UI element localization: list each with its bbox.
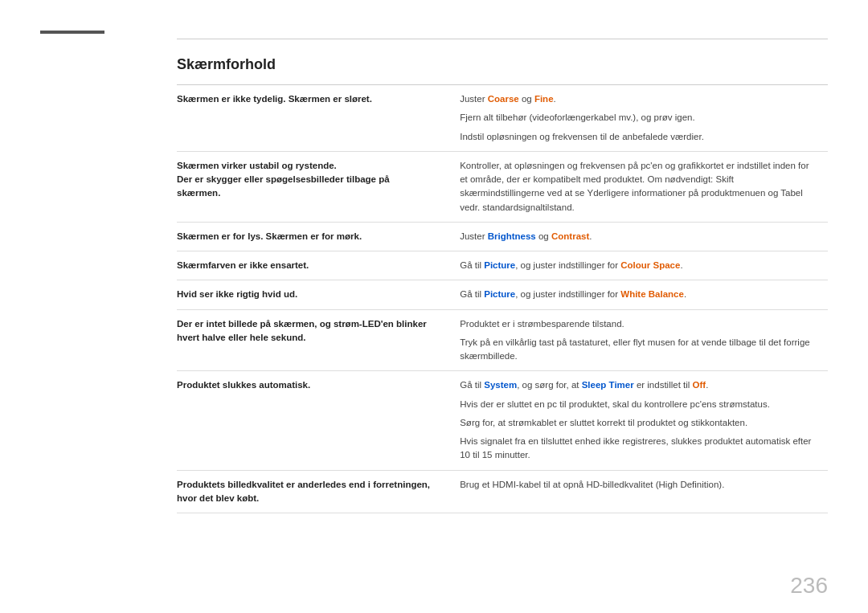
page-number: 236	[790, 573, 828, 599]
problem-cell: Skærmen virker ustabil og rystende.Der e…	[177, 151, 450, 222]
table-row: Produktets billedkvalitet er anderledes …	[177, 470, 828, 513]
problem-cell: Produktet slukkes automatisk.	[177, 371, 450, 470]
solution-cell: Produktet er i strømbesparende tilstand.…	[450, 309, 828, 371]
table-row: Skærmfarven er ikke ensartet.Gå til Pict…	[177, 251, 828, 280]
problem-cell: Produktets billedkvalitet er anderledes …	[177, 470, 450, 513]
content-area: Skærmforhold Skærmen er ikke tydelig. Sk…	[177, 48, 828, 573]
problem-cell: Skærmen er for lys. Skærmen er for mørk.	[177, 222, 450, 251]
problem-cell: Skærmen er ikke tydelig. Skærmen er slør…	[177, 85, 450, 151]
problem-cell: Skærmfarven er ikke ensartet.	[177, 251, 450, 280]
left-accent	[40, 31, 104, 34]
table-row: Skærmen virker ustabil og rystende.Der e…	[177, 151, 828, 222]
solution-cell: Juster Coarse og Fine.Fjern alt tilbehør…	[450, 85, 828, 151]
top-bar	[177, 39, 828, 39]
trouble-table: Skærmen er ikke tydelig. Skærmen er slør…	[177, 85, 828, 513]
solution-cell: Gå til System, og sørg for, at Sleep Tim…	[450, 371, 828, 470]
table-row: Produktet slukkes automatisk.Gå til Syst…	[177, 371, 828, 470]
solution-cell: Juster Brightness og Contrast.	[450, 222, 828, 251]
solution-cell: Kontroller, at opløsningen og frekvensen…	[450, 151, 828, 222]
solution-cell: Gå til Picture, og juster indstillinger …	[450, 251, 828, 280]
table-row: Der er intet billede på skærmen, og strø…	[177, 309, 828, 371]
solution-cell: Gå til Picture, og juster indstillinger …	[450, 280, 828, 309]
page-title: Skærmforhold	[177, 56, 828, 73]
table-row: Skærmen er ikke tydelig. Skærmen er slør…	[177, 85, 828, 151]
table-row: Hvid ser ikke rigtig hvid ud.Gå til Pict…	[177, 280, 828, 309]
problem-cell: Der er intet billede på skærmen, og strø…	[177, 309, 450, 371]
problem-cell: Hvid ser ikke rigtig hvid ud.	[177, 280, 450, 309]
table-row: Skærmen er for lys. Skærmen er for mørk.…	[177, 222, 828, 251]
solution-cell: Brug et HDMI-kabel til at opnå HD-billed…	[450, 470, 828, 513]
